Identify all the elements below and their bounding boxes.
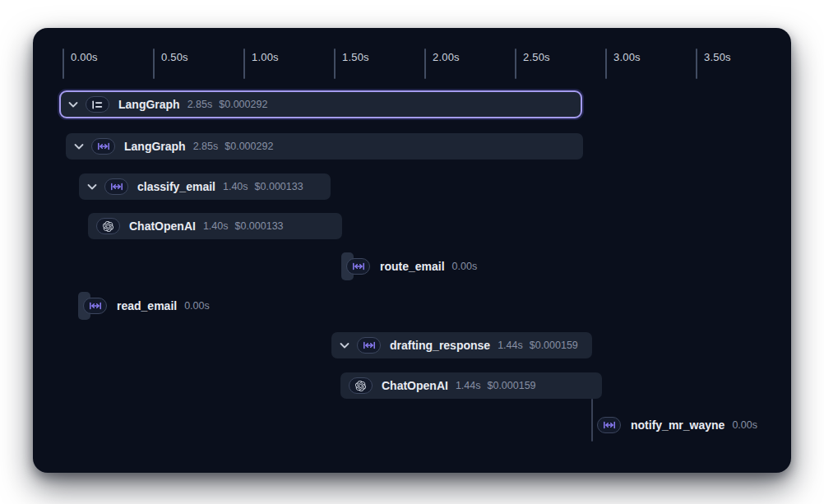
span-bar[interactable]: classify_email1.40s$0.000133 [79,173,331,200]
tick-line [62,49,64,79]
span-name: route_email [380,260,445,273]
span-name: ChatOpenAI [129,220,196,233]
span-duration: 2.85s [187,99,213,110]
span-type-badge [83,298,107,314]
chevron-down-icon[interactable] [68,101,78,109]
span-duration: 1.44s [456,380,481,391]
trace-row: drafting_response1.44s$0.000159 [331,332,592,358]
tick-line [515,49,516,79]
span-end-line [591,399,593,442]
tick-label: 1.50s [342,51,369,63]
trace-row[interactable]: notify_mr_wayne0.00s [597,412,757,438]
trace-row: ChatOpenAI1.40s$0.000133 [88,213,342,239]
trace-row: classify_email1.40s$0.000133 [79,173,331,200]
tick-line [696,49,697,79]
timeline-tick: 2.50s [515,49,516,80]
span-arrows-icon [89,302,102,310]
tick-line [424,49,426,79]
span-duration: 0.00s [732,419,757,431]
tick-label: 2.00s [433,51,460,63]
chevron-down-icon[interactable] [87,183,97,191]
trace-row[interactable]: route_email0.00s [341,253,477,280]
span-name: classify_email [137,180,215,193]
span-bar[interactable]: LangGraph2.85s$0.000292 [66,133,583,160]
span-type-badge [96,218,120,234]
tick-label: 0.00s [71,51,98,63]
chevron-down-icon[interactable] [74,143,84,150]
span-type-badge [104,178,128,195]
span-cost: $0.000133 [234,220,283,232]
timeline-tick: 0.00s [62,49,64,80]
span-bar[interactable]: ChatOpenAI1.40s$0.000133 [88,213,342,239]
span-name: LangGraph [118,98,180,111]
tick-label: 1.00s [252,51,279,63]
span-name: notify_mr_wayne [631,418,724,432]
span-bar[interactable]: LangGraph2.85s$0.000292 [59,90,582,118]
span-cost: $0.000292 [225,141,273,152]
span-type-badge [346,258,370,275]
span-type-badge [357,337,381,354]
span-duration: 2.85s [193,141,219,152]
span-type-badge [597,417,621,433]
span-cost: $0.000133 [255,181,303,192]
span-cost: $0.000292 [219,99,267,110]
chevron-down-icon[interactable] [340,342,350,349]
span-type-badge [349,377,373,394]
tick-label: 0.50s [161,51,188,63]
span-cost: $0.000159 [487,380,535,391]
timeline-tick: 2.00s [424,49,426,80]
openai-logo-icon [103,221,113,232]
span-type-badge [86,96,109,113]
span-arrows-icon [363,341,376,349]
trace-row: ChatOpenAI1.44s$0.000159 [340,372,602,399]
tick-line [153,49,155,79]
timeline-tick: 1.50s [334,49,336,80]
span-type-badge [91,138,115,155]
trace-waterfall-panel: 0.00s0.50s1.00s1.50s2.00s2.50s3.00s3.50s… [33,28,791,473]
tick-line [243,49,245,79]
tick-label: 3.50s [704,51,731,63]
span-arrows-icon [110,183,123,191]
trace-row: LangGraph2.85s$0.000292 [59,91,582,118]
timeline-tick: 3.00s [605,49,607,80]
span-duration: 0.00s [452,261,478,272]
span-name: LangGraph [124,140,186,153]
span-bar[interactable]: drafting_response1.44s$0.000159 [331,332,592,358]
span-duration: 1.40s [203,220,229,232]
span-name: ChatOpenAI [382,379,448,392]
timeline-tick: 3.50s [696,49,697,80]
timeline-tick: 0.50s [153,49,155,80]
span-arrows-icon [603,421,616,429]
span-cost: $0.000159 [530,340,578,351]
trace-row: LangGraph2.85s$0.000292 [66,133,583,160]
span-name: read_email [117,299,177,312]
tick-line [334,49,336,79]
tick-label: 3.00s [613,51,641,63]
span-duration: 1.44s [498,340,523,351]
span-duration: 0.00s [184,300,210,312]
timeline-tick: 1.00s [243,49,245,80]
span-bar[interactable]: ChatOpenAI1.44s$0.000159 [340,372,602,399]
tick-label: 2.50s [523,51,550,63]
openai-logo-icon [355,381,366,391]
workflow-tree-icon [91,100,104,109]
trace-row[interactable]: read_email0.00s [78,293,210,319]
tick-line [605,49,607,79]
span-arrows-icon [97,142,110,150]
span-duration: 1.40s [223,181,248,192]
span-name: drafting_response [390,339,490,352]
span-arrows-icon [352,262,365,270]
